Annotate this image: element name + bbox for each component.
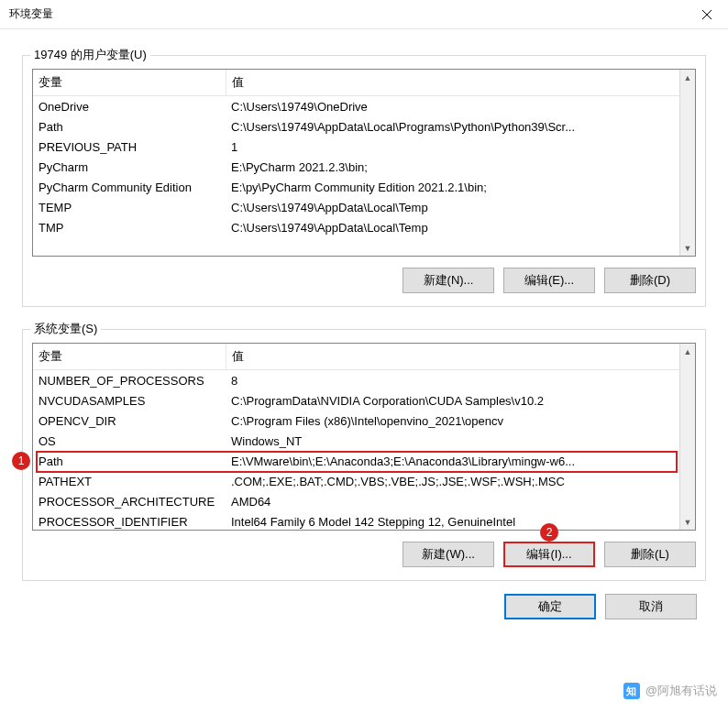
cell-value: E:\py\PyCharm Community Edition 2021.2.1… [226, 177, 679, 197]
user-group-label: 19749 的用户变量(U) [30, 47, 150, 63]
system-table[interactable]: 变量 值 NUMBER_OF_PROCESSORS8NVCUDASAMPLESC… [33, 344, 679, 530]
system-header-value[interactable]: 值 [226, 344, 679, 370]
system-delete-button[interactable]: 删除(L) [604, 542, 696, 567]
cell-variable: PyCharm Community Edition [33, 177, 226, 197]
table-row[interactable]: PathC:\Users\19749\AppData\Local\Program… [33, 116, 679, 137]
annotation-marker-1: 1 [12, 452, 30, 470]
user-header-value[interactable]: 值 [226, 70, 679, 96]
user-new-button[interactable]: 新建(N)... [403, 268, 494, 293]
cell-variable: Path [33, 116, 226, 137]
cell-variable: OneDrive [33, 96, 226, 117]
cell-value: E:\VMware\bin\;E:\Anaconda3;E:\Anaconda3… [226, 451, 679, 471]
scroll-down-icon[interactable]: ▼ [680, 514, 695, 530]
user-table-wrap: 变量 值 OneDriveC:\Users\19749\OneDrivePath… [32, 69, 696, 257]
table-row[interactable]: OneDriveC:\Users\19749\OneDrive [33, 96, 679, 117]
dialog-button-row: 确定 取消 [18, 594, 697, 619]
cell-variable: TEMP [33, 197, 226, 217]
user-edit-button[interactable]: 编辑(E)... [503, 268, 595, 293]
table-row[interactable]: PROCESSOR_ARCHITECTUREAMD64 [33, 491, 679, 511]
cell-value: E:\PyCharm 2021.2.3\bin; [226, 157, 679, 177]
table-row[interactable]: PyCharm Community EditionE:\py\PyCharm C… [33, 177, 679, 197]
system-scrollbar[interactable]: ▲ ▼ [679, 344, 695, 530]
table-row[interactable]: TMPC:\Users\19749\AppData\Local\Temp [33, 217, 679, 237]
watermark: 知 @阿旭有话说 [623, 683, 717, 699]
cell-value: C:\Users\19749\OneDrive [226, 96, 679, 117]
ok-button[interactable]: 确定 [504, 594, 596, 619]
cell-variable: OPENCV_DIR [33, 411, 226, 431]
cancel-button[interactable]: 取消 [605, 594, 697, 619]
system-header-variable[interactable]: 变量 [33, 344, 226, 370]
table-row[interactable]: OPENCV_DIRC:\Program Files (x86)\Intel\o… [33, 411, 679, 431]
user-scrollbar[interactable]: ▲ ▼ [679, 70, 695, 256]
table-row[interactable]: PATHEXT.COM;.EXE;.BAT;.CMD;.VBS;.VBE;.JS… [33, 471, 679, 491]
table-row[interactable]: NUMBER_OF_PROCESSORS8 [33, 370, 679, 391]
user-variables-group: 19749 的用户变量(U) 变量 值 OneDriveC:\Users\197… [22, 55, 706, 307]
cell-value: 1 [226, 137, 679, 157]
cell-value: Intel64 Family 6 Model 142 Stepping 12, … [226, 511, 679, 529]
cell-variable: NUMBER_OF_PROCESSORS [33, 370, 226, 391]
scroll-down-icon[interactable]: ▼ [680, 240, 695, 256]
user-button-row: 新建(N)... 编辑(E)... 删除(D) [32, 268, 696, 293]
cell-value: C:\Program Files (x86)\Intel\openvino_20… [226, 411, 679, 431]
system-table-wrap: 变量 值 NUMBER_OF_PROCESSORS8NVCUDASAMPLESC… [32, 343, 696, 531]
system-variables-group: 系统变量(S) 变量 值 NUMBER_OF_PROCESSORS8NVCUDA… [22, 329, 706, 581]
cell-value: .COM;.EXE;.BAT;.CMD;.VBS;.VBE;.JS;.JSE;.… [226, 471, 679, 491]
table-row[interactable]: OSWindows_NT [33, 431, 679, 451]
table-row[interactable]: NVCUDASAMPLESC:\ProgramData\NVIDIA Corpo… [33, 390, 679, 411]
cell-variable: PROCESSOR_IDENTIFIER [33, 511, 226, 529]
cell-variable: NVCUDASAMPLES [33, 390, 226, 411]
titlebar: 环境变量 [0, 0, 728, 29]
cell-value: C:\Users\19749\AppData\Local\Programs\Py… [226, 116, 679, 137]
cell-variable: PREVIOUS_PATH [33, 137, 226, 157]
system-edit-button[interactable]: 编辑(I)... [503, 542, 595, 567]
scroll-up-icon[interactable]: ▲ [680, 70, 695, 85]
table-row[interactable]: PathE:\VMware\bin\;E:\Anaconda3;E:\Anaco… [33, 451, 679, 471]
watermark-text: @阿旭有话说 [645, 683, 717, 699]
table-row[interactable]: PyCharmE:\PyCharm 2021.2.3\bin; [33, 157, 679, 177]
cell-variable: OS [33, 431, 226, 451]
table-row[interactable]: TEMPC:\Users\19749\AppData\Local\Temp [33, 197, 679, 217]
cell-value: 8 [226, 370, 679, 391]
scroll-up-icon[interactable]: ▲ [680, 344, 695, 359]
close-icon [702, 10, 711, 19]
annotation-marker-2: 2 [540, 523, 558, 542]
cell-variable: PyCharm [33, 157, 226, 177]
cell-variable: Path [33, 451, 226, 471]
cell-value: C:\Users\19749\AppData\Local\Temp [226, 197, 679, 217]
user-table[interactable]: 变量 值 OneDriveC:\Users\19749\OneDrivePath… [33, 70, 679, 256]
zhihu-logo-icon: 知 [623, 683, 640, 699]
cell-value: Windows_NT [226, 431, 679, 451]
cell-value: C:\ProgramData\NVIDIA Corporation\CUDA S… [226, 390, 679, 411]
system-button-row: 新建(W)... 编辑(I)... 删除(L) [32, 542, 696, 567]
dialog-content: 19749 的用户变量(U) 变量 值 OneDriveC:\Users\197… [0, 29, 728, 638]
user-delete-button[interactable]: 删除(D) [604, 268, 696, 293]
cell-variable: PATHEXT [33, 471, 226, 491]
user-header-variable[interactable]: 变量 [33, 70, 226, 96]
table-row[interactable]: PROCESSOR_IDENTIFIERIntel64 Family 6 Mod… [33, 511, 679, 529]
system-new-button[interactable]: 新建(W)... [403, 542, 494, 567]
cell-value: C:\Users\19749\AppData\Local\Temp [226, 217, 679, 237]
cell-variable: PROCESSOR_ARCHITECTURE [33, 491, 226, 511]
cell-value: AMD64 [226, 491, 679, 511]
table-row[interactable]: PREVIOUS_PATH1 [33, 137, 679, 157]
close-button[interactable] [686, 0, 728, 29]
window-title: 环境变量 [9, 6, 53, 22]
system-group-label: 系统变量(S) [30, 321, 101, 337]
cell-variable: TMP [33, 217, 226, 237]
